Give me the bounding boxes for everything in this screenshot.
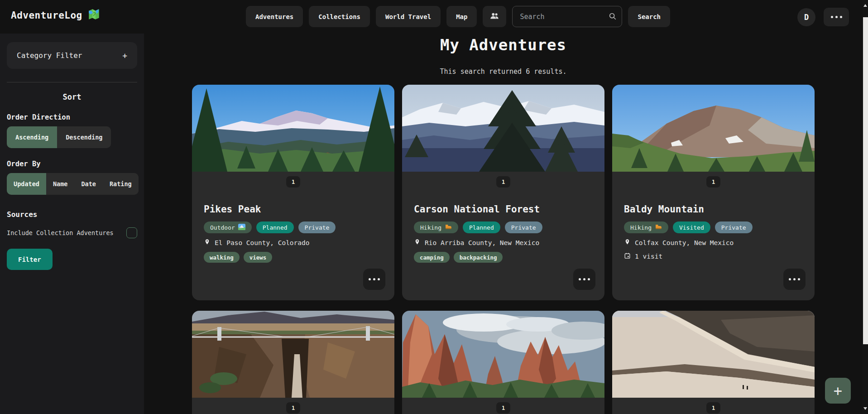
location-row: Colfax County, New Mexico bbox=[624, 238, 803, 247]
adventure-count-badge: 1 bbox=[496, 176, 510, 188]
order-direction-descending[interactable]: Descending bbox=[57, 126, 111, 148]
search-input[interactable] bbox=[512, 6, 622, 27]
order-by-date[interactable]: Date bbox=[74, 173, 103, 195]
adventure-title: Carson National Forest bbox=[414, 204, 593, 215]
adventure-title: Baldy Mountain bbox=[624, 204, 803, 215]
map-emoji-logo bbox=[88, 8, 100, 22]
page-scrollbar[interactable] bbox=[863, 0, 868, 414]
search-icon bbox=[609, 12, 617, 22]
location-text: Rio Arriba County, New Mexico bbox=[425, 239, 539, 246]
brand-name: AdventureLog bbox=[11, 10, 82, 21]
visits-text: 1 visit bbox=[635, 253, 662, 260]
visibility-badge: Private bbox=[298, 221, 336, 233]
brand[interactable]: AdventureLog bbox=[11, 8, 100, 22]
order-by-rating[interactable]: Rating bbox=[103, 173, 139, 195]
tag: backpacking bbox=[454, 252, 503, 263]
scroll-down-arrow-icon[interactable] bbox=[863, 407, 867, 410]
adventure-grid: 1 Pikes Peak Outdoor bbox=[192, 85, 815, 414]
nav-world-travel-button[interactable]: World Travel bbox=[376, 6, 441, 27]
category-badge: Hiking bbox=[624, 221, 668, 233]
tag: views bbox=[244, 252, 273, 263]
category-badge: Outdoor bbox=[204, 221, 252, 233]
ellipsis-icon bbox=[579, 278, 590, 280]
adventure-image[interactable] bbox=[402, 311, 604, 398]
tag: camping bbox=[414, 252, 450, 263]
adventure-card[interactable]: 1 Carson National Forest Hiking bbox=[402, 85, 604, 300]
location-text: Colfax County, New Mexico bbox=[635, 239, 734, 246]
category-label: Hiking bbox=[630, 224, 652, 231]
adventure-card[interactable]: 1 Pikes Peak Outdoor bbox=[192, 85, 394, 300]
order-direction-ascending[interactable]: Ascending bbox=[7, 126, 57, 148]
filter-button[interactable]: Filter bbox=[7, 249, 53, 270]
location-pin-icon bbox=[624, 238, 631, 247]
adventure-card[interactable]: 1 Baldy Mountain Hiking bbox=[612, 85, 815, 300]
location-pin-icon bbox=[204, 238, 211, 247]
location-text: El Paso County, Colorado bbox=[215, 239, 310, 246]
national-park-emoji bbox=[238, 224, 245, 231]
include-collection-checkbox[interactable] bbox=[126, 227, 137, 238]
add-adventure-fab[interactable]: + bbox=[825, 378, 851, 404]
adventure-count-badge: 1 bbox=[706, 402, 720, 414]
adventure-image[interactable] bbox=[192, 311, 394, 398]
card-menu-button[interactable] bbox=[573, 269, 595, 290]
calendar-icon bbox=[624, 252, 631, 260]
tag-row: camping backpacking bbox=[414, 252, 593, 263]
include-collection-label: Include Collection Adventures bbox=[7, 229, 114, 236]
sidebar-divider bbox=[7, 82, 137, 82]
filter-sidebar: Category Filter + Sort Order Direction A… bbox=[0, 34, 144, 414]
search-submit-button[interactable]: Search bbox=[628, 6, 670, 27]
ellipsis-icon bbox=[789, 278, 800, 280]
adventurelog-app: AdventureLog Adventures Collections Worl… bbox=[0, 0, 868, 414]
order-direction-group: Ascending Descending bbox=[7, 126, 111, 148]
adventure-card[interactable]: 1 bbox=[612, 311, 815, 414]
ellipsis-icon bbox=[369, 278, 380, 280]
adventure-count-badge: 1 bbox=[286, 402, 300, 414]
adventure-image[interactable] bbox=[402, 85, 604, 172]
adventure-card[interactable]: 1 bbox=[402, 311, 604, 414]
visibility-badge: Private bbox=[505, 221, 542, 233]
adventure-card[interactable]: 1 bbox=[192, 311, 394, 414]
navbar-overflow-button[interactable] bbox=[824, 8, 849, 26]
nav-collections-button[interactable]: Collections bbox=[309, 6, 370, 27]
adventure-count-badge: 1 bbox=[286, 176, 300, 188]
adventure-image[interactable] bbox=[612, 311, 815, 398]
adventure-count-badge: 1 bbox=[496, 402, 510, 414]
adventure-image[interactable] bbox=[192, 85, 394, 172]
badge-row: Hiking Visited Private bbox=[624, 221, 803, 233]
hiking-boot-emoji bbox=[445, 224, 452, 231]
category-filter-label: Category Filter bbox=[17, 51, 82, 60]
nav-adventures-button[interactable]: Adventures bbox=[246, 6, 303, 27]
shared-users-button[interactable] bbox=[483, 6, 506, 27]
scrollbar-thumb[interactable] bbox=[863, 17, 868, 344]
adventure-image[interactable] bbox=[612, 85, 815, 172]
tag-row: walking views bbox=[204, 252, 383, 263]
people-icon bbox=[489, 11, 499, 22]
adventure-title: Pikes Peak bbox=[204, 204, 383, 215]
category-label: Hiking bbox=[420, 224, 441, 231]
order-by-label: Order By bbox=[7, 160, 137, 168]
card-menu-button[interactable] bbox=[363, 269, 385, 290]
hiking-boot-emoji bbox=[655, 224, 662, 231]
order-by-name[interactable]: Name bbox=[46, 173, 75, 195]
location-row: El Paso County, Colorado bbox=[204, 238, 383, 247]
visibility-badge: Private bbox=[715, 221, 753, 233]
location-pin-icon bbox=[414, 238, 421, 247]
page-title: My Adventures bbox=[144, 36, 863, 54]
scroll-up-arrow-icon[interactable] bbox=[863, 4, 867, 7]
category-badge: Hiking bbox=[414, 221, 458, 233]
card-body: Baldy Mountain Hiking Visited bbox=[612, 204, 815, 260]
badge-row: Hiking Planned Private bbox=[414, 221, 593, 233]
avatar[interactable]: D bbox=[797, 8, 815, 26]
location-row: Rio Arriba County, New Mexico bbox=[414, 238, 593, 247]
nav-map-button[interactable]: Map bbox=[446, 6, 477, 27]
ellipsis-icon bbox=[831, 16, 842, 18]
main-content: My Adventures This search returned 6 res… bbox=[144, 34, 863, 414]
status-badge: Planned bbox=[256, 221, 294, 233]
category-filter-toggle[interactable]: Category Filter + bbox=[7, 42, 137, 69]
status-badge: Visited bbox=[673, 221, 710, 233]
sources-heading: Sources bbox=[7, 210, 137, 219]
card-body: Pikes Peak Outdoor bbox=[192, 204, 394, 263]
card-menu-button[interactable] bbox=[783, 269, 806, 290]
order-by-updated[interactable]: Updated bbox=[7, 173, 46, 195]
sort-heading: Sort bbox=[7, 92, 137, 101]
